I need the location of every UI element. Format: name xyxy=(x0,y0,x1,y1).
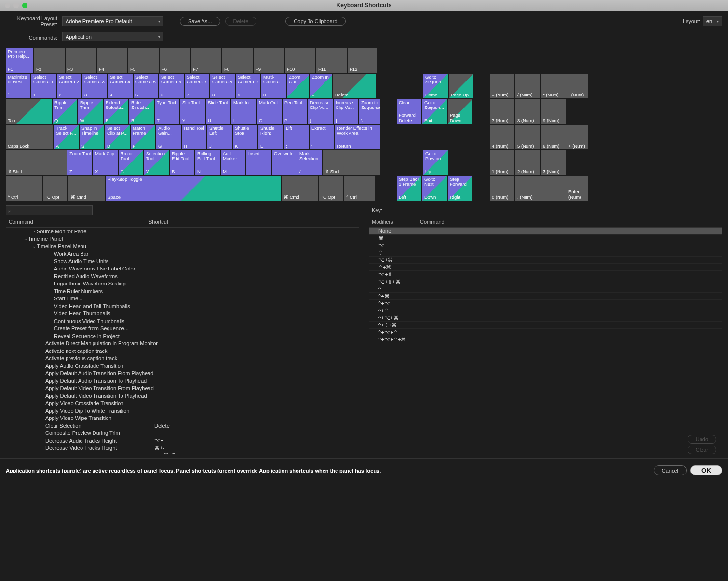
key-return[interactable]: Render Effects in Work AreaReturn xyxy=(335,125,380,149)
key-[interactable]: Mark Selection/ xyxy=(297,150,322,175)
tree-item[interactable]: Reveal Sequence in Project xyxy=(6,332,359,340)
key-n[interactable]: Rolling Edit ToolN xyxy=(195,150,220,175)
tree-item[interactable]: Activate Direct Manipulation in Program … xyxy=(6,340,359,348)
modifier-row[interactable]: ⌥+⌘ xyxy=(369,257,722,264)
key-7num[interactable]: 7 (Num) xyxy=(490,99,514,124)
key-[interactable]: Increase Clip Vo...] xyxy=(334,99,358,124)
key-home[interactable]: Go to Sequen...Home xyxy=(423,74,448,98)
modifier-row[interactable]: None xyxy=(369,228,722,235)
modifier-row[interactable]: ⌘ xyxy=(369,235,722,242)
key-f4[interactable]: F4 xyxy=(97,48,127,73)
tree-item[interactable]: ⌄Timeline Panel Menu xyxy=(6,243,359,250)
key-1num[interactable]: 1 (Num) xyxy=(490,150,514,175)
key-cmd[interactable]: ⌘ Cmd xyxy=(282,176,318,201)
modifier-row[interactable]: ^+⌥+⇧ xyxy=(369,329,722,336)
tree-item[interactable]: Video Head Thumbnails xyxy=(6,310,359,318)
key-pageup[interactable]: Page Up xyxy=(449,74,473,98)
tree-item[interactable]: Clear SelectionDelete xyxy=(6,422,359,430)
key-[interactable]: Extract' xyxy=(310,125,334,149)
key-f1[interactable]: Premiere Pro Help...F1 xyxy=(6,48,33,73)
modifier-row[interactable]: ⌥ xyxy=(369,242,722,249)
key-x[interactable]: Mark ClipX xyxy=(93,150,118,175)
key-0num[interactable]: 0 (Num) xyxy=(490,176,514,201)
key-2num[interactable]: 2 (Num) xyxy=(515,150,540,175)
key-3[interactable]: Select Camera 33 xyxy=(82,74,107,98)
key-opt[interactable]: ⌥ Opt xyxy=(43,176,67,201)
key-2[interactable]: Select Camera 22 xyxy=(57,74,81,98)
key-cmd[interactable]: ⌘ Cmd xyxy=(68,176,105,201)
key-j[interactable]: Shuttle LeftJ xyxy=(207,125,232,149)
key-b[interactable]: Ripple Edit ToolB xyxy=(170,150,194,175)
key-delete[interactable]: Delete xyxy=(333,74,376,98)
modifier-row[interactable]: ^+⇧+⌘ xyxy=(369,322,722,329)
key-enternum[interactable]: Enter (Num) xyxy=(566,176,588,201)
key-forwarddelete[interactable]: ClearForward Delete xyxy=(397,99,421,124)
key-opt[interactable]: ⌥ Opt xyxy=(319,176,343,201)
key-9[interactable]: Select Camera 99 xyxy=(236,74,260,98)
key-[interactable]: Zoom Out- xyxy=(287,74,309,98)
key-[interactable]: Zoom In= xyxy=(310,74,332,98)
tree-item[interactable]: Decrease Audio Tracks Height⌥+- xyxy=(6,437,359,445)
key-[interactable]: Lift; xyxy=(284,125,309,149)
tree-item[interactable]: Logarithmic Waveform Scaling xyxy=(6,280,359,288)
key-e[interactable]: Extend Selecte...E xyxy=(104,99,128,124)
key-1[interactable]: Select Camera 11 xyxy=(31,74,56,98)
key-h[interactable]: Hand ToolH xyxy=(182,125,206,149)
key-f11[interactable]: F11 xyxy=(316,48,347,73)
layout-select[interactable]: en ▾ xyxy=(703,16,722,26)
ok-button[interactable]: OK xyxy=(690,465,722,475)
key-t[interactable]: Type ToolT xyxy=(155,99,179,124)
tree-item[interactable]: Start Time... xyxy=(6,295,359,303)
key-space[interactable]: Play-Stop ToggleSpace xyxy=(106,176,281,201)
key-4[interactable]: Select Camera 44 xyxy=(108,74,133,98)
key-0[interactable]: Multi-Camera...0 xyxy=(261,74,286,98)
key-right[interactable]: Step ForwardRight xyxy=(448,176,472,201)
tree-item[interactable]: Go to next caption segment⌥+⌘+Down xyxy=(6,452,359,454)
tree-item[interactable]: Activate previous caption track xyxy=(6,355,359,363)
key-pagedown[interactable]: Page Down xyxy=(448,99,472,124)
key-3num[interactable]: 3 (Num) xyxy=(541,150,566,175)
key-g[interactable]: Audio Gain...G xyxy=(156,125,181,149)
copy-clipboard-button[interactable]: Copy To Clipboard xyxy=(285,17,345,26)
key-end[interactable]: Go to Sequen...End xyxy=(422,99,447,124)
tree-item[interactable]: Apply Default Audio Transition To Playhe… xyxy=(6,377,359,385)
key-5[interactable]: Select Camera 55 xyxy=(134,74,158,98)
tree-item[interactable]: Create Preset from Sequence... xyxy=(6,325,359,333)
key-u[interactable]: Slide ToolU xyxy=(206,99,230,124)
key-shift[interactable]: ⇧ Shift xyxy=(6,150,67,175)
key-r[interactable]: Rate Stretch...R xyxy=(129,99,154,124)
key-down[interactable]: Go to NextDown xyxy=(422,176,447,201)
key-f10[interactable]: F10 xyxy=(285,48,315,73)
key-c[interactable]: Razor ToolC xyxy=(119,150,143,175)
key-f3[interactable]: F3 xyxy=(66,48,96,73)
key-left[interactable]: Step Back 1 FrameLeft xyxy=(397,176,421,201)
cancel-button[interactable]: Cancel xyxy=(654,465,687,475)
key-[interactable]: Zoom to Sequence\ xyxy=(359,99,380,124)
tree-item[interactable]: Time Ruler Numbers xyxy=(6,287,359,295)
key-i[interactable]: Mark InI xyxy=(231,99,256,124)
tree-item[interactable]: Decrease Video Tracks Height⌘+- xyxy=(6,445,359,452)
key-8num[interactable]: 8 (Num) xyxy=(515,99,540,124)
tree-item[interactable]: Apply Video Dip To White Transition xyxy=(6,407,359,415)
key-z[interactable]: Zoom ToolZ xyxy=(67,150,92,175)
key-f7[interactable]: F7 xyxy=(191,48,221,73)
key-num[interactable]: / (Num) xyxy=(515,74,540,98)
key-5num[interactable]: 5 (Num) xyxy=(515,125,540,149)
key-num[interactable]: + (Num) xyxy=(566,125,588,149)
tree-item[interactable]: Work Area Bar xyxy=(6,250,359,258)
key-ctrl[interactable]: ^ Ctrl xyxy=(6,176,42,201)
key-num[interactable]: * (Num) xyxy=(541,74,566,98)
tree-item[interactable]: Continuous Video Thumbnails xyxy=(6,317,359,325)
key-l[interactable]: Shuttle RightL xyxy=(258,125,283,149)
tree-item[interactable]: Composite Preview During Trim xyxy=(6,430,359,437)
key-d[interactable]: Select Clip at P...D xyxy=(105,125,130,149)
tree-item[interactable]: Audio Waveforms Use Label Color xyxy=(6,265,359,273)
key-ctrl[interactable]: ^ Ctrl xyxy=(344,176,375,201)
key-9num[interactable]: 9 (Num) xyxy=(541,99,566,124)
key-f12[interactable]: F12 xyxy=(348,48,377,73)
key-k[interactable]: Shuttle StopK xyxy=(233,125,257,149)
key-6num[interactable]: 6 (Num) xyxy=(541,125,566,149)
modifier-row[interactable]: ⇧ xyxy=(369,249,722,257)
key-7[interactable]: Select Camera 77 xyxy=(185,74,209,98)
key-y[interactable]: Slip ToolY xyxy=(180,99,205,124)
